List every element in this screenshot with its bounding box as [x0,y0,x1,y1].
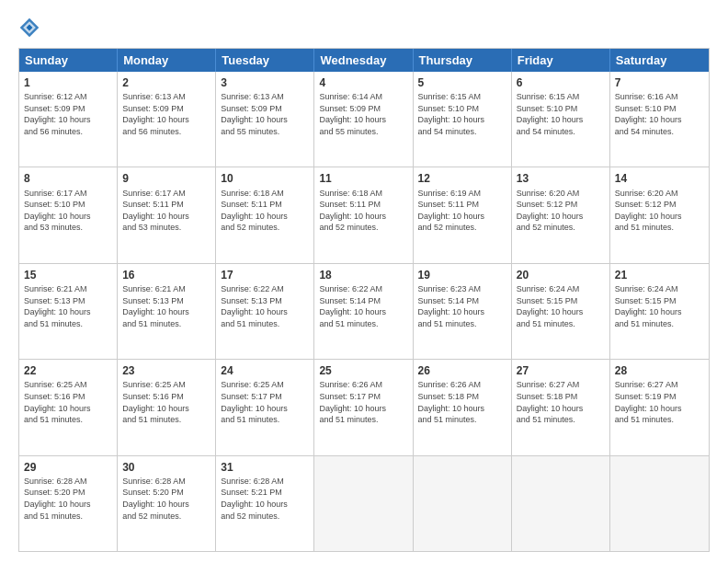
day-number: 14 [615,171,704,186]
day-header-tuesday: Tuesday [216,49,314,72]
day-number: 5 [418,75,506,90]
day-number: 22 [24,363,112,378]
day-info: Sunrise: 6:17 AM Sunset: 5:11 PM Dayligh… [122,188,210,234]
day-header-thursday: Thursday [414,49,512,72]
calendar-cell: 5Sunrise: 6:15 AM Sunset: 5:10 PM Daylig… [414,72,512,167]
calendar-cell: 11Sunrise: 6:18 AM Sunset: 5:11 PM Dayli… [314,167,413,262]
day-number: 27 [517,363,605,378]
day-number: 2 [122,75,210,90]
calendar-cell: 2Sunrise: 6:13 AM Sunset: 5:09 PM Daylig… [118,72,216,167]
calendar-cell [414,456,512,551]
calendar-cell: 23Sunrise: 6:25 AM Sunset: 5:16 PM Dayli… [118,360,216,454]
day-number: 31 [221,460,309,475]
calendar-cell: 13Sunrise: 6:20 AM Sunset: 5:12 PM Dayli… [512,167,610,262]
day-info: Sunrise: 6:21 AM Sunset: 5:13 PM Dayligh… [24,283,112,329]
page: SundayMondayTuesdayWednesdayThursdayFrid… [0,0,728,563]
calendar-week-2: 8Sunrise: 6:17 AM Sunset: 5:10 PM Daylig… [19,167,709,262]
day-number: 4 [319,75,407,90]
calendar-cell: 8Sunrise: 6:17 AM Sunset: 5:10 PM Daylig… [19,167,118,262]
day-info: Sunrise: 6:26 AM Sunset: 5:18 PM Dayligh… [418,379,506,425]
calendar-cell: 16Sunrise: 6:21 AM Sunset: 5:13 PM Dayli… [118,264,216,359]
day-info: Sunrise: 6:22 AM Sunset: 5:14 PM Dayligh… [319,283,407,329]
day-info: Sunrise: 6:27 AM Sunset: 5:18 PM Dayligh… [517,379,605,425]
day-number: 24 [221,363,309,378]
day-info: Sunrise: 6:27 AM Sunset: 5:19 PM Dayligh… [615,379,704,425]
calendar-cell: 24Sunrise: 6:25 AM Sunset: 5:17 PM Dayli… [216,360,314,454]
day-number: 20 [517,268,605,282]
day-number: 25 [319,363,407,378]
calendar-body: 1Sunrise: 6:12 AM Sunset: 5:09 PM Daylig… [19,72,709,551]
day-info: Sunrise: 6:18 AM Sunset: 5:11 PM Dayligh… [221,188,309,234]
day-number: 8 [24,171,112,186]
calendar-week-1: 1Sunrise: 6:12 AM Sunset: 5:09 PM Daylig… [19,72,709,167]
calendar-cell: 28Sunrise: 6:27 AM Sunset: 5:19 PM Dayli… [610,360,709,454]
day-number: 16 [122,268,210,282]
day-header-monday: Monday [118,49,216,72]
day-number: 7 [615,75,704,90]
calendar-week-3: 15Sunrise: 6:21 AM Sunset: 5:13 PM Dayli… [19,263,709,359]
calendar-cell: 31Sunrise: 6:28 AM Sunset: 5:21 PM Dayli… [216,456,314,551]
day-info: Sunrise: 6:13 AM Sunset: 5:09 PM Dayligh… [122,91,210,137]
day-info: Sunrise: 6:24 AM Sunset: 5:15 PM Dayligh… [615,283,704,329]
calendar-week-4: 22Sunrise: 6:25 AM Sunset: 5:16 PM Dayli… [19,359,709,454]
calendar-cell: 12Sunrise: 6:19 AM Sunset: 5:11 PM Dayli… [414,167,512,262]
day-number: 29 [24,460,112,475]
calendar-header-row: SundayMondayTuesdayWednesdayThursdayFrid… [19,49,709,72]
day-number: 9 [122,171,210,186]
day-info: Sunrise: 6:25 AM Sunset: 5:16 PM Dayligh… [122,379,210,425]
day-number: 30 [122,460,210,475]
calendar-cell: 9Sunrise: 6:17 AM Sunset: 5:11 PM Daylig… [118,167,216,262]
day-number: 10 [221,171,309,186]
day-info: Sunrise: 6:25 AM Sunset: 5:17 PM Dayligh… [221,379,309,425]
day-number: 17 [221,268,309,282]
day-number: 19 [418,268,506,282]
day-number: 18 [319,268,407,282]
day-number: 11 [319,171,407,186]
calendar-cell: 25Sunrise: 6:26 AM Sunset: 5:17 PM Dayli… [314,360,413,454]
day-info: Sunrise: 6:15 AM Sunset: 5:10 PM Dayligh… [418,91,506,137]
day-info: Sunrise: 6:17 AM Sunset: 5:10 PM Dayligh… [24,188,112,234]
day-number: 21 [615,268,704,282]
day-info: Sunrise: 6:13 AM Sunset: 5:09 PM Dayligh… [221,91,309,137]
day-info: Sunrise: 6:20 AM Sunset: 5:12 PM Dayligh… [615,188,704,234]
calendar-cell: 3Sunrise: 6:13 AM Sunset: 5:09 PM Daylig… [216,72,314,167]
day-info: Sunrise: 6:26 AM Sunset: 5:17 PM Dayligh… [319,379,407,425]
day-info: Sunrise: 6:28 AM Sunset: 5:21 PM Dayligh… [221,476,309,522]
day-header-saturday: Saturday [610,49,709,72]
day-number: 28 [615,363,704,378]
calendar-cell: 14Sunrise: 6:20 AM Sunset: 5:12 PM Dayli… [610,167,709,262]
day-number: 6 [517,75,605,90]
calendar-cell: 19Sunrise: 6:23 AM Sunset: 5:14 PM Dayli… [414,264,512,359]
day-number: 15 [24,268,112,282]
day-info: Sunrise: 6:12 AM Sunset: 5:09 PM Dayligh… [24,91,112,137]
day-info: Sunrise: 6:23 AM Sunset: 5:14 PM Dayligh… [418,283,506,329]
calendar-cell: 27Sunrise: 6:27 AM Sunset: 5:18 PM Dayli… [512,360,610,454]
day-info: Sunrise: 6:24 AM Sunset: 5:15 PM Dayligh… [517,283,605,329]
calendar-cell [314,456,413,551]
day-info: Sunrise: 6:19 AM Sunset: 5:11 PM Dayligh… [418,188,506,234]
day-info: Sunrise: 6:25 AM Sunset: 5:16 PM Dayligh… [24,379,112,425]
day-number: 13 [517,171,605,186]
calendar-cell: 17Sunrise: 6:22 AM Sunset: 5:13 PM Dayli… [216,264,314,359]
calendar-cell: 15Sunrise: 6:21 AM Sunset: 5:13 PM Dayli… [19,264,118,359]
calendar-cell: 20Sunrise: 6:24 AM Sunset: 5:15 PM Dayli… [512,264,610,359]
calendar-cell: 7Sunrise: 6:16 AM Sunset: 5:10 PM Daylig… [610,72,709,167]
day-header-friday: Friday [512,49,610,72]
calendar-cell: 10Sunrise: 6:18 AM Sunset: 5:11 PM Dayli… [216,167,314,262]
day-number: 23 [122,363,210,378]
generalblue-logo-icon [18,17,40,39]
calendar-cell: 6Sunrise: 6:15 AM Sunset: 5:10 PM Daylig… [512,72,610,167]
day-header-wednesday: Wednesday [314,49,413,72]
day-info: Sunrise: 6:20 AM Sunset: 5:12 PM Dayligh… [517,188,605,234]
day-info: Sunrise: 6:21 AM Sunset: 5:13 PM Dayligh… [122,283,210,329]
day-number: 1 [24,75,112,90]
day-number: 26 [418,363,506,378]
calendar: SundayMondayTuesdayWednesdayThursdayFrid… [18,48,710,552]
day-info: Sunrise: 6:18 AM Sunset: 5:11 PM Dayligh… [319,188,407,234]
day-info: Sunrise: 6:28 AM Sunset: 5:20 PM Dayligh… [24,476,112,522]
day-info: Sunrise: 6:16 AM Sunset: 5:10 PM Dayligh… [615,91,704,137]
calendar-cell: 26Sunrise: 6:26 AM Sunset: 5:18 PM Dayli… [414,360,512,454]
calendar-cell: 29Sunrise: 6:28 AM Sunset: 5:20 PM Dayli… [19,456,118,551]
day-number: 3 [221,75,309,90]
header [18,17,710,39]
